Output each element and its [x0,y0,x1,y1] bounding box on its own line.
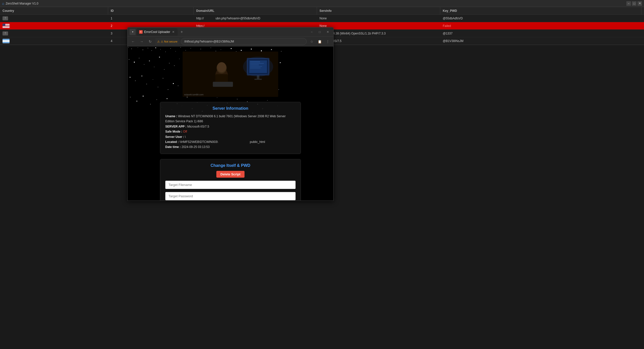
server-info-user: Server User : \ [165,134,296,139]
change-itself-box: Change Itself & PWD Delete Script Submit… [160,159,301,201]
security-warning-icon: ⚠ [157,40,160,43]
browser-minimize-button[interactable]: − [308,28,315,35]
datetime-label: Date time : [165,145,181,149]
server-info-title: Server Information [165,106,296,111]
cell-servinfo-2: None [317,22,440,29]
svg-rect-14 [254,79,262,80]
flag-ar-4 [3,39,10,43]
svg-text:scipunk.tumblr.com: scipunk.tumblr.com [184,93,204,96]
tab-label: ErrorCool Uploader [144,30,170,34]
browser-window: ▾ E ErrorCool Uploader ✕ + − □ ✕ ← → ↻ ⚠ [127,27,334,201]
tab-close-button[interactable]: ✕ [172,30,175,34]
server-app-value: Microsoft-IIS/7.5 [187,125,209,128]
uname-label: Uname : [165,114,177,118]
title-bar-controls: − □ ✕ [626,1,642,6]
table-header: Country ID Domain/URL Servinfo Key_PWD [0,7,644,15]
browser-security-indicator: ⚠ ⚠ Not secure [155,38,179,45]
maximize-button[interactable]: □ [632,1,636,6]
change-itself-title: Change Itself & PWD [211,163,250,168]
col-id: ID [108,7,194,14]
server-user-label: Server User : [165,135,184,139]
server-info-app: SERVER APP : Microsoft-IIS/7.5 [165,124,296,129]
webshell-content: scipunk.tumblr.com Server Information Un… [128,47,333,201]
server-user-value: \ [185,135,186,139]
browser-content[interactable]: scipunk.tumblr.com Server Information Un… [128,47,333,201]
cell-keypwd-1: @55dbAdfsVD [440,15,641,22]
cell-servinfo-1: None [317,15,440,22]
browser-maximize-button[interactable]: □ [316,28,323,35]
browser-tab-bar: ▾ E ErrorCool Uploader ✕ + − □ ✕ [128,27,333,36]
browser-url-bar[interactable]: /lrlifxsd.php?whoami=@B1V38INsJM [181,38,307,45]
flag-us-2 [3,24,10,28]
cell-keypwd-3: @1337 [440,30,641,37]
browser-url-actions: ☆ 📋 ⋮ [308,38,331,45]
target-filename-input[interactable] [165,181,296,189]
cell-servinfo-3: Apache/2.4.38 (Win64) OpenSSL/1.1b PHP/7… [317,30,440,37]
server-info-box: Server Information Uname : Windows NT DT… [160,102,301,154]
minimize-button[interactable]: − [626,1,631,6]
uname-value: Windows NT DTCWIN008 6.1 build 7601 (Win… [165,114,286,123]
new-tab-button[interactable]: + [179,29,185,35]
screenshot-button[interactable]: 📋 [316,38,323,45]
located-label: Located : [165,140,179,144]
located-suffix: public_html [250,140,265,144]
cell-country-3: ? [0,30,108,37]
browser-url-text: /lrlifxsd.php?whoami=@B1V38INsJM [184,40,234,43]
browser-close-button[interactable]: ✕ [324,28,331,35]
target-password-input[interactable] [165,192,296,200]
close-button[interactable]: ✕ [637,1,642,6]
col-domain: Domain/URL [194,7,317,14]
cell-country-4 [0,37,108,45]
browser-window-controls: − □ ✕ [308,28,331,35]
hacker-image: scipunk.tumblr.com [183,52,278,97]
tab-dropdown-button[interactable]: ▾ [130,29,136,35]
col-keypwd: Key_PWD [440,7,641,14]
flag-unknown-3: ? [3,31,8,35]
nav-refresh-button[interactable]: ↻ [147,38,154,45]
svg-rect-15 [213,82,233,87]
nav-forward-button[interactable]: → [138,38,145,45]
col-servinfo: Servinfo [317,7,440,14]
datetime-value: 2024-09-25 03:13:53 [182,145,210,149]
more-options-button[interactable]: ⋮ [324,38,331,45]
located-path: \\HMFS2\WEB\DTCWIN003\ [180,140,218,144]
cell-domain-1: http:// ubn.php?whoami=@55dbAdfsVD [194,15,317,22]
svg-point-17 [217,62,226,72]
bookmark-button[interactable]: ☆ [308,38,315,45]
browser-tab-errorcool[interactable]: E ErrorCool Uploader ✕ [137,28,178,36]
table-row[interactable]: ? 1 http:// ubn.php?whoami=@55dbAdfsVD N… [0,15,644,22]
server-info-datetime: Date time : 2024-09-25 03:13:53 [165,144,296,149]
security-label: ⚠ Not secure [161,40,177,43]
title-bar: ⌂ ZeroShell Manager V1.0 − □ ✕ [0,0,644,7]
app-icon: ⌂ [2,2,4,6]
browser-nav-bar: ← → ↻ ⚠ ⚠ Not secure /lrlifxsd.php?whoam… [128,36,333,47]
svg-point-16 [243,57,273,77]
cell-keypwd-2: Failed [440,22,641,29]
safe-mode-value: Off [183,130,187,133]
title-bar-left: ⌂ ZeroShell Manager V1.0 [2,2,38,6]
hacker-scene-svg: scipunk.tumblr.com [183,52,278,97]
delete-script-button[interactable]: Delete Script [216,171,244,178]
nav-back-button[interactable]: ← [130,38,137,45]
col-country: Country [0,7,108,14]
hacker-image-inner: scipunk.tumblr.com [183,52,278,97]
app-title: ZeroShell Manager V1.0 [6,2,38,5]
cell-country-1: ? [0,15,108,22]
cell-keypwd-4: @B1V38INsJM [440,37,641,45]
server-info-safemode: Safe Mode : Off [165,129,296,134]
safe-mode-label: Safe Mode : [165,130,182,133]
cell-servinfo-4: Microsoft-IIS/7.5 [317,37,440,45]
flag-unknown-1: ? [3,16,8,20]
browser-chrome: ▾ E ErrorCool Uploader ✕ + − □ ✕ ← → ↻ ⚠ [128,27,333,47]
tab-favicon: E [139,30,143,34]
cell-id-1: 1 [108,15,194,22]
server-info-uname: Uname : Windows NT DTCWIN008 6.1 build 7… [165,114,296,124]
server-app-label: SERVER APP : [165,125,186,128]
cell-country-2 [0,22,108,29]
server-info-located: Located : \\HMFS2\WEB\DTCWIN003\ public_… [165,139,296,144]
